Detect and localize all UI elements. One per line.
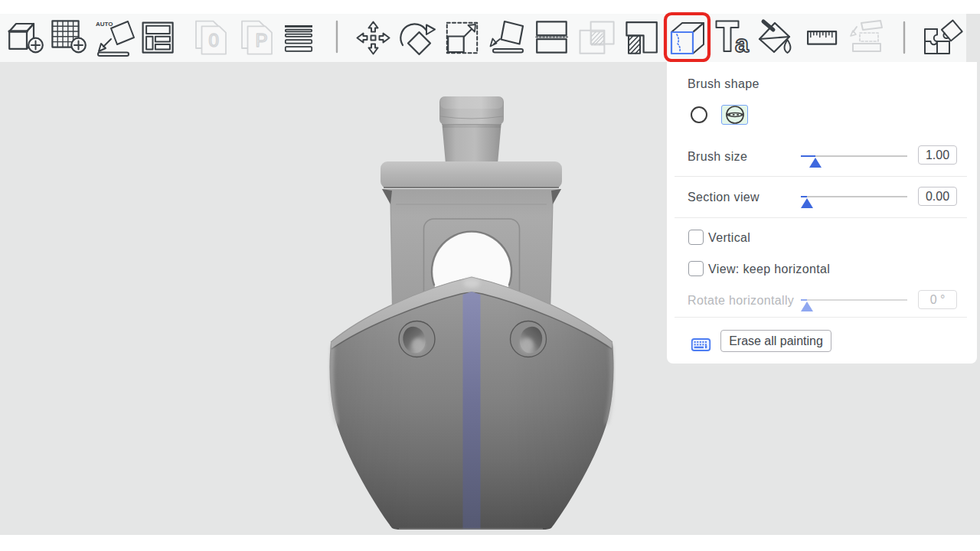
svg-text:P: P [256,30,268,51]
svg-text:0: 0 [209,30,219,51]
svg-text:AUTO: AUTO [96,21,113,28]
svg-text:a: a [735,30,749,57]
